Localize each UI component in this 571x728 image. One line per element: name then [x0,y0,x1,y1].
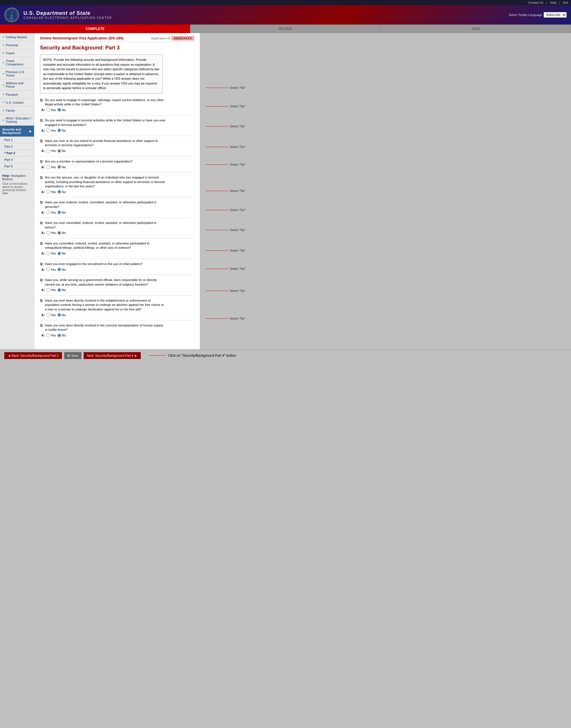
back-button[interactable]: ◄ Back: Security/Background Part 2 [4,352,62,359]
q12-yes-label[interactable]: Yes [46,334,56,337]
q6-no-label[interactable]: No [58,210,66,214]
q9-yes-label[interactable]: Yes [46,268,56,271]
q7-yes-label[interactable]: Yes [46,231,56,235]
q11-no-label[interactable]: No [58,313,66,317]
sidebar-item-family[interactable]: ✓ Family [0,107,34,114]
q12-yes-radio[interactable] [46,334,50,337]
sidebar-help: Help: Navigation Buttons Click on the bu… [0,171,34,198]
sidebar-sub-part2[interactable]: Part 2 [0,143,34,150]
contact-link[interactable]: Contact Us [528,1,543,4]
q11-yes-radio[interactable] [46,313,50,317]
q6-no-radio[interactable] [58,210,61,214]
q7-no-label[interactable]: No [58,231,66,235]
q2-yes-label[interactable]: Yes [46,128,56,132]
check-icon: ✓ [2,118,5,122]
check-icon: ✓ [2,72,5,76]
annotation-9: Select "No" [206,249,565,252]
sidebar-item-getting-started[interactable]: ✓ Getting Started [0,33,34,41]
sidebar-sub-part3[interactable]: Part 3 [0,150,34,157]
app-id-label: Application ID [151,36,170,40]
question-1: Q: Do you seek to engage in espionage, s… [40,98,165,107]
qa-block-9: Q: Have you ever engaged in the recruitm… [40,262,165,271]
sidebar-item-personal[interactable]: ✓ Personal [0,41,34,49]
sidebar-item-us-contact[interactable]: ✓ U.S. Contact [0,99,34,107]
q4-no-radio[interactable] [58,165,61,169]
q2-no-label[interactable]: No [58,128,66,132]
q3-yes-radio[interactable] [46,149,50,153]
qa-block-10: Q: Have you, while serving as a governme… [40,278,165,292]
q3-yes-label[interactable]: Yes [46,149,56,153]
sidebar-item-passport[interactable]: ✓ Passport [0,91,34,99]
q11-yes-label[interactable]: Yes [46,313,56,317]
sidebar: ✓ Getting Started ✓ Personal ✓ Travel ✓ … [0,33,34,349]
q9-yes-radio[interactable] [46,268,50,271]
tab-review[interactable]: REVIEW [191,24,381,33]
answer-10: A: Yes No [40,288,165,292]
next-button[interactable]: Next: Security/Background Part 4 ► [84,352,141,359]
sidebar-sub-part5[interactable]: Part 5 [0,163,34,170]
q1-yes-label[interactable]: Yes [46,108,56,112]
help-link[interactable]: Help [550,1,556,4]
sidebar-item-security[interactable]: Security and Background ▶ [0,126,34,137]
q1-yes-radio[interactable] [46,108,50,112]
qa-block-7: Q: Have you ever committed, ordered, inc… [40,221,165,235]
sidebar-sub-part4[interactable]: Part 4 [0,157,34,163]
check-icon: ✓ [2,93,5,96]
annotation-2: Select "No" [206,105,565,108]
q4-no-label[interactable]: No [58,165,66,169]
q1-no-label[interactable]: No [58,108,66,112]
q8-no-label[interactable]: No [58,251,66,255]
q5-yes-label[interactable]: Yes [46,190,56,194]
q4-yes-label[interactable]: Yes [46,165,56,169]
question-9: Q: Have you ever engaged in the recruitm… [40,262,165,266]
exit-link[interactable]: Exit [563,1,568,4]
q3-no-label[interactable]: No [58,149,66,153]
q7-yes-radio[interactable] [46,231,50,235]
q12-no-radio[interactable] [58,334,61,337]
q7-no-radio[interactable] [58,231,61,235]
q2-no-radio[interactable] [58,128,61,132]
q11-no-radio[interactable] [58,313,61,317]
q10-no-radio[interactable] [58,288,61,292]
q8-no-radio[interactable] [58,251,61,255]
sidebar-item-work-education[interactable]: ✓ Work / Education / Training [0,114,34,126]
save-button[interactable]: 🖫 Save [64,352,81,359]
q6-yes-radio[interactable] [46,210,50,214]
q5-no-radio[interactable] [58,190,61,194]
sidebar-item-prev-us-travel[interactable]: ✓ Previous U.S. Travel [0,68,34,79]
answer-8: A: Yes No [40,251,165,255]
q2-yes-radio[interactable] [46,128,50,132]
q10-no-label[interactable]: No [58,288,66,292]
language-select[interactable]: ENGLISH [544,12,567,18]
q10-yes-radio[interactable] [46,288,50,292]
q9-no-label[interactable]: No [58,268,66,271]
q4-yes-radio[interactable] [46,165,50,169]
tab-sign[interactable]: SIGN [380,24,571,33]
answer-6: A: Yes No [40,210,165,214]
q9-no-radio[interactable] [58,268,61,271]
q6-yes-label[interactable]: Yes [46,210,56,214]
header-text: U.S. Department of State CONSULAR ELECTR… [23,10,112,19]
content-area: Online Nonimmigrant Visa Application (DS… [34,33,200,349]
q3-no-radio[interactable] [58,149,61,153]
page-title: Security and Background: Part 3 [40,45,194,51]
app-id-value: AA00XXXXX [171,36,194,40]
q10-yes-label[interactable]: Yes [46,288,56,292]
annotation-10: Select "No" [206,267,565,271]
sidebar-item-address-phone[interactable]: ✓ Address and Phone [0,79,34,91]
q8-yes-label[interactable]: Yes [46,251,56,255]
q8-yes-radio[interactable] [46,251,50,255]
sidebar-item-travel-companions[interactable]: ✓ Travel Companions [0,57,34,68]
q5-yes-radio[interactable] [46,190,50,194]
q5-no-label[interactable]: No [58,190,66,194]
qa-block-12: Q: Have you ever been directly involved … [40,323,165,337]
q12-no-label[interactable]: No [58,334,66,337]
annotation-11: Select "No" [206,289,565,293]
sidebar-item-travel[interactable]: ✓ Travel [0,49,34,57]
question-4: Q: Are you a member or representative of… [40,160,165,164]
tab-complete[interactable]: COMPLETE [0,24,191,33]
check-icon: ✓ [2,51,5,55]
annotation-6: Select "No" [206,189,565,193]
sidebar-sub-part1[interactable]: Part 1 [0,137,34,143]
q1-no-radio[interactable] [58,108,61,112]
